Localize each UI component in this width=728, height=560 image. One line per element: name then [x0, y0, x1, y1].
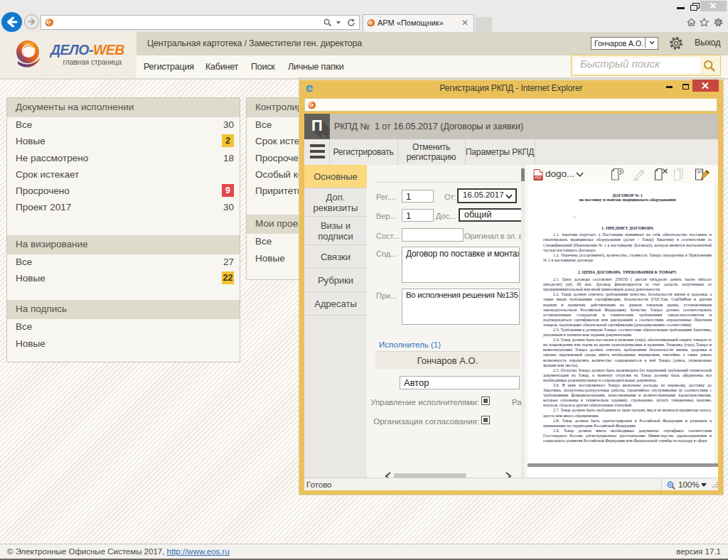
svg-text:ЭП: ЭП [697, 170, 702, 174]
svg-text:PDF: PDF [535, 176, 541, 180]
